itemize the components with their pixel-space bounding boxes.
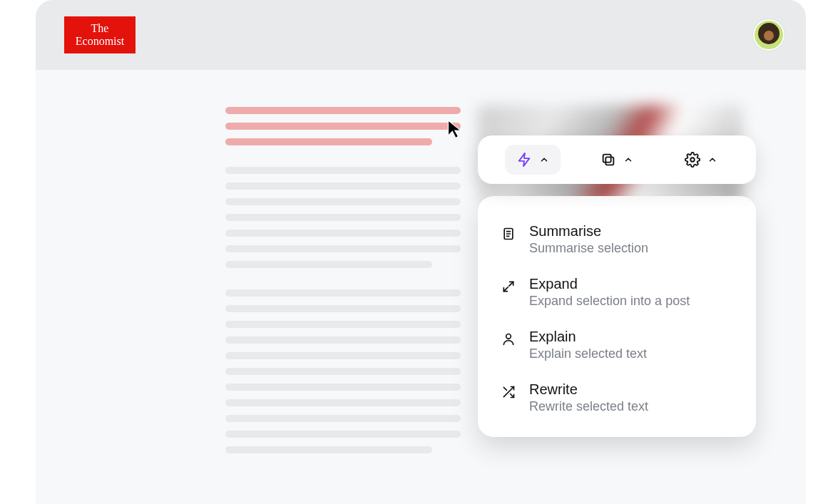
text-line: [225, 446, 432, 453]
topbar: The Economist: [36, 0, 806, 70]
selected-text-line[interactable]: [225, 107, 461, 114]
person-icon: [501, 331, 516, 347]
svg-line-7: [509, 282, 513, 286]
menu-item-title: Summarise: [529, 223, 648, 240]
brand-logo[interactable]: The Economist: [64, 16, 136, 53]
text-line: [225, 261, 432, 268]
menu-item-sub: Rewrite selected text: [529, 399, 648, 414]
menu-item-sub: Explain selected text: [529, 346, 647, 361]
text-line: [225, 368, 461, 375]
menu-item-title: Expand: [529, 276, 690, 292]
menu-item-summarise[interactable]: Summarise Summarise selection: [478, 213, 756, 266]
text-line: [225, 399, 461, 406]
menu-item-rewrite[interactable]: Rewrite Rewrite selected text: [478, 371, 756, 424]
selected-text-line[interactable]: [225, 138, 432, 145]
menu-item-title: Rewrite: [529, 381, 648, 398]
app-window: The Economist: [36, 0, 806, 504]
menu-item-sub: Expand selection into a post: [529, 294, 690, 309]
doc-icon: [501, 226, 516, 242]
toolbar-ai-button[interactable]: [505, 145, 561, 175]
text-line: [225, 182, 461, 190]
chevron-up-icon: [707, 155, 717, 165]
text-line: [225, 230, 461, 237]
menu-item-sub: Summarise selection: [529, 241, 648, 256]
article-body: [225, 107, 461, 462]
text-line: [225, 384, 461, 391]
ai-actions-menu: Summarise Summarise selection Expand Exp…: [478, 196, 756, 437]
expand-icon: [501, 279, 516, 294]
text-line: [225, 352, 461, 359]
svg-line-12: [503, 387, 506, 390]
text-line: [225, 321, 461, 328]
avatar[interactable]: [753, 19, 784, 51]
toolbar-settings-button[interactable]: [673, 145, 729, 175]
text-line: [225, 289, 461, 297]
svg-rect-0: [605, 157, 613, 165]
text-line: [225, 336, 461, 344]
text-line: [225, 415, 461, 422]
copy-icon: [600, 152, 616, 168]
chevron-up-icon: [623, 155, 633, 165]
chevron-up-icon: [539, 155, 549, 165]
text-line: [225, 214, 461, 221]
svg-line-8: [503, 287, 508, 292]
cursor-icon: [446, 120, 465, 140]
text-line: [225, 167, 461, 174]
text-line: [225, 198, 461, 205]
selected-text-line[interactable]: [225, 123, 461, 130]
menu-item-title: Explain: [529, 329, 647, 345]
text-line: [225, 305, 461, 312]
brand-line1: The: [91, 22, 109, 34]
svg-rect-1: [603, 155, 611, 163]
menu-item-explain[interactable]: Explain Explain selected text: [478, 319, 756, 371]
toolbar-copy-button[interactable]: [589, 145, 645, 175]
gear-icon: [685, 152, 700, 168]
svg-point-2: [690, 158, 695, 162]
bolt-icon: [516, 152, 532, 168]
menu-item-expand[interactable]: Expand Expand selection into a post: [478, 266, 756, 319]
shuffle-icon: [501, 384, 516, 400]
text-line: [225, 245, 461, 252]
svg-point-9: [506, 334, 511, 339]
ai-toolbar: [478, 135, 756, 184]
text-line: [225, 431, 461, 438]
brand-line2: Economist: [76, 35, 124, 47]
